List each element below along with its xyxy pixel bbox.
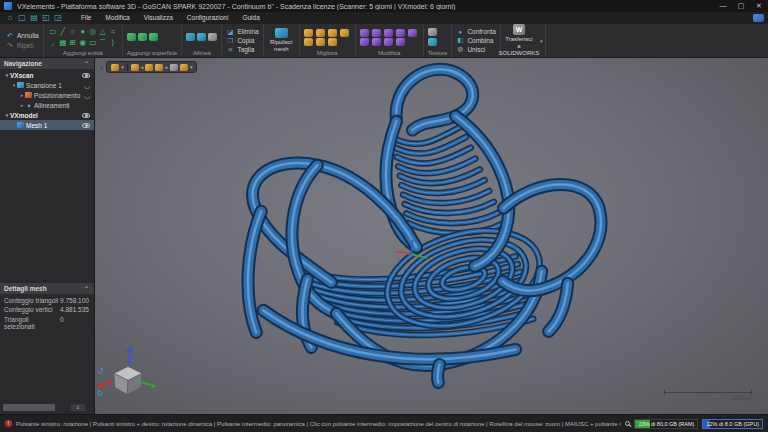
compare-button[interactable]: ● Confronta [456,28,496,35]
add-entity-icon[interactable]: ▭ [48,26,58,37]
transfer-solidworks-button[interactable]: W Trasferisci a SOLIDWORKS [501,24,537,57]
modify-icon[interactable] [396,29,405,37]
save-icon[interactable]: ▤ [28,12,40,24]
panel-menu-button[interactable]: ≡ [71,404,85,411]
modify-icon[interactable] [372,38,381,46]
redo-button[interactable]: ↷ Ripeti [6,42,39,50]
add-entity-icon[interactable]: ○ [68,26,78,37]
add-entity-icon[interactable]: ◞ [48,37,58,48]
texture-icon[interactable] [428,28,437,36]
add-entity-icon[interactable]: △ [98,26,108,37]
texture-map-icon[interactable] [428,38,437,46]
align-option-icon[interactable] [208,33,217,41]
tree-item-scansione[interactable]: ▾ Scansione 1 ◡ [0,80,94,90]
improve-icon[interactable] [316,29,325,37]
add-entity-icon[interactable]: ≈ [108,26,118,37]
menu-modifica[interactable]: Modifica [98,12,136,24]
add-entity-icon[interactable]: ◎ [88,26,98,37]
positioning-icon [25,92,32,98]
modify-icon[interactable] [372,29,381,37]
improve-icon[interactable] [316,38,325,46]
add-entity-icon[interactable]: ╱ [58,26,68,37]
caret-down-icon[interactable]: ▾ [121,64,124,70]
merge-button[interactable]: ◍ Unisci [456,45,496,53]
menu-visualizza[interactable]: Visualizza [137,12,180,24]
delete-button[interactable]: ◪ Elimina [226,28,258,36]
merge-icon: ◍ [456,45,464,53]
pan-tool-icon[interactable] [131,64,139,71]
back-chevron-icon[interactable]: ‹ [100,62,103,73]
tree-item-posizionamento[interactable]: ▸ Posizionamento ◡ [0,90,94,100]
add-entity-icon[interactable]: ⟩ [108,37,118,48]
add-entity-icon[interactable]: ▭ [88,37,98,48]
improve-icon[interactable] [328,38,337,46]
improve-icon[interactable] [340,29,349,37]
copy-button[interactable]: ❐ Copia [226,37,258,45]
toolbar-separator [127,63,128,71]
add-surface-icon[interactable] [149,33,158,41]
visibility-eye-icon[interactable] [82,113,90,118]
surface-toggle-icon[interactable]: ◡ [84,93,90,98]
caret-down-icon[interactable]: ▾ [190,64,193,70]
lasso-select-icon[interactable] [170,64,178,71]
tree-item-mesh1[interactable]: Mesh 1 [0,120,94,130]
improve-icon[interactable] [304,38,313,46]
improve-icon[interactable] [304,29,313,37]
arrow-right-icon[interactable]: ▸ [165,64,168,70]
visibility-eye-icon[interactable] [82,73,90,78]
modify-icon[interactable] [396,38,405,46]
detail-row: Conteggio vertici 4.881.535 [0,304,94,314]
undo-button[interactable]: ↶ Annulla [6,32,39,40]
combine-icon: ◧ [456,36,464,44]
visibility-eye-icon[interactable] [82,123,90,128]
caret-down-icon[interactable]: ▾ [540,38,543,44]
combine-button[interactable]: ◧ Combina [456,36,496,44]
menu-configurazioni[interactable]: Configurazioni [180,12,236,24]
add-surface-icon[interactable] [127,33,136,41]
cut-button[interactable]: ✕ Taglia [226,46,258,54]
export-icon[interactable]: ◲ [52,12,64,24]
viewport-3d[interactable]: ↺↻ ‹ ▾◂▸▾ 100 mm [95,58,768,414]
scale-label: 100 mm [664,395,752,401]
scanned-chair-mesh[interactable]: ↺↻ [95,58,768,414]
brush-select-icon[interactable] [180,64,188,71]
clean-mesh-button[interactable]: Ripulisci mesh [264,24,300,57]
selection-tool-icon[interactable] [111,64,119,71]
collapse-icon[interactable]: ⌃ [83,60,90,67]
improve-icon[interactable] [328,29,337,37]
add-surface-icon[interactable] [138,33,147,41]
add-entity-icon[interactable]: ▦ [58,37,68,48]
panel-tab-button[interactable] [3,404,55,411]
align-icon[interactable] [197,33,206,41]
modify-icon[interactable] [408,29,417,37]
arrow-left-icon[interactable]: ◂ [141,64,144,70]
minimize-button[interactable]: — [714,0,732,12]
import-icon[interactable]: ◱ [40,12,52,24]
new-document-icon[interactable]: ▢ [16,12,28,24]
tree-item-vxmodel[interactable]: ▾ VXmodel [0,110,94,120]
modify-icon[interactable] [384,29,393,37]
align-icon[interactable] [186,33,195,41]
modify-icon[interactable] [360,38,369,46]
collapse-icon[interactable]: ⌃ [83,285,90,292]
tree-item-vxscan[interactable]: ▾ VXscan [0,70,94,80]
community-icon[interactable] [753,14,764,22]
modify-icon[interactable] [360,29,369,37]
rotate-tool-icon[interactable] [145,64,153,71]
home-icon[interactable]: ⌂ [4,12,16,24]
add-entity-icon[interactable]: ⌒ [98,37,108,48]
modify-icon[interactable] [384,38,393,46]
menu-file[interactable]: File [74,12,98,24]
maximize-button[interactable]: ▢ [732,0,750,12]
add-entity-icon[interactable]: ● [78,26,88,37]
add-entity-icon[interactable]: ⊞ [68,37,78,48]
tree-item-allineamenti[interactable]: ▸ ✦ Allineamenti [0,100,94,110]
close-button[interactable]: ✕ [750,0,768,12]
sidebar-bottom-tabs: ≡ [3,403,91,412]
zoom-tool-icon[interactable] [155,64,163,71]
menu-guida[interactable]: Guida [235,12,266,24]
surface-toggle-icon[interactable]: ◡ [84,83,90,88]
mouse-hints-text: Pulsante sinistro: rotazione | Pulsanti … [16,421,621,427]
solidworks-icon: W [513,24,525,35]
add-entity-icon[interactable]: ◉ [78,37,88,48]
